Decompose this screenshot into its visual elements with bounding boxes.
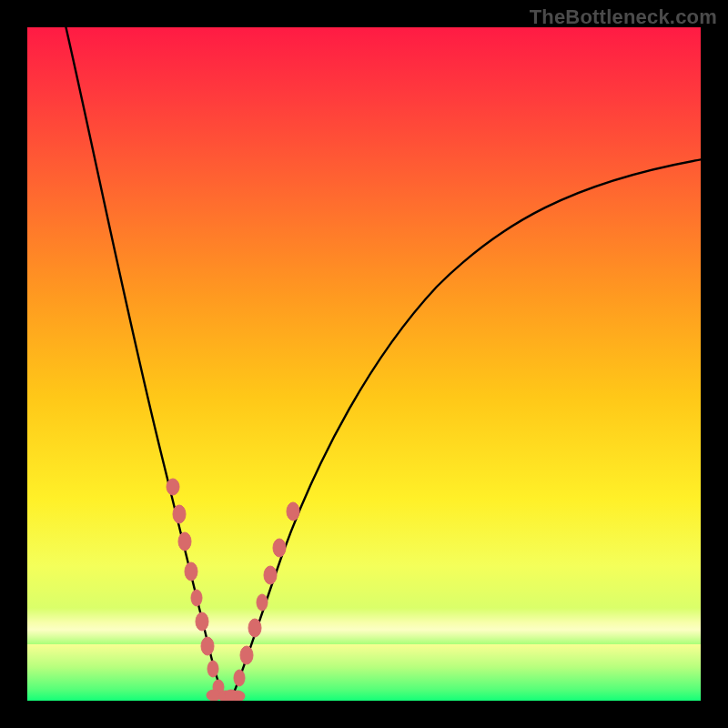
curve-right — [231, 159, 701, 699]
svg-point-3 — [185, 562, 197, 581]
svg-point-1 — [173, 505, 186, 523]
svg-point-4 — [191, 590, 202, 606]
highlight-band — [27, 608, 701, 644]
svg-point-18 — [273, 539, 286, 557]
svg-point-19 — [287, 502, 299, 521]
chart-plot-area — [27, 27, 701, 701]
watermark-text: TheBottleneck.com — [530, 5, 717, 29]
green-zone — [27, 644, 701, 701]
svg-point-5 — [196, 612, 208, 631]
curve-left — [66, 27, 226, 699]
svg-point-2 — [178, 532, 191, 551]
chart-frame: TheBottleneck.com — [0, 0, 728, 728]
svg-point-15 — [248, 619, 261, 637]
svg-point-17 — [264, 566, 277, 584]
svg-point-16 — [257, 594, 268, 611]
bottleneck-curve — [27, 27, 701, 701]
svg-point-0 — [167, 479, 179, 495]
